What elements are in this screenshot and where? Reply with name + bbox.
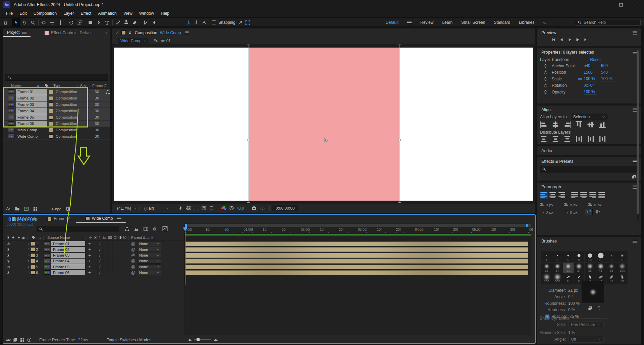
project-item-row[interactable]: Main CompComposition30 xyxy=(3,127,110,133)
layer-source-name[interactable]: Frame 01 xyxy=(51,241,85,246)
layer-color-swatch[interactable] xyxy=(31,265,35,269)
breadcrumb-current-chip[interactable]: Wide Comp ‹ xyxy=(118,38,148,44)
sort-ascending-icon[interactable] xyxy=(36,84,40,88)
quality-switch-icon[interactable] xyxy=(88,242,92,246)
hand-tool[interactable] xyxy=(20,18,29,26)
graph-editor-icon[interactable] xyxy=(162,226,168,231)
dist-horizontal-left-button[interactable] xyxy=(575,136,583,142)
project-item-row[interactable]: Frame 01Composition30 xyxy=(3,89,110,95)
eraser-tool[interactable] xyxy=(130,18,139,26)
layer-switches[interactable]: / xyxy=(87,241,128,247)
align-right-button[interactable] xyxy=(564,122,571,127)
dist-vertical-top-button[interactable] xyxy=(540,136,547,142)
paragraph-justify-last-right-button[interactable] xyxy=(589,192,597,199)
new-composition-icon[interactable] xyxy=(24,206,29,211)
dist-horizontal-right-button[interactable] xyxy=(599,136,606,142)
motion-blur-icon[interactable] xyxy=(153,226,158,231)
parent-link-dropdown[interactable]: None xyxy=(137,270,161,275)
close-button[interactable] xyxy=(629,0,644,9)
next-frame-button[interactable] xyxy=(575,37,581,42)
go-to-end-button[interactable] xyxy=(583,37,589,42)
dist-vertical-center-button[interactable] xyxy=(552,136,559,142)
brush-cell[interactable]: 45 xyxy=(606,273,617,284)
type-tool[interactable] xyxy=(103,18,111,26)
toggle-switches-modes-button[interactable]: Toggle Switches / Modes xyxy=(107,338,151,342)
panel-menu-icon[interactable] xyxy=(22,31,26,34)
column-type[interactable]: Type xyxy=(53,84,61,88)
snap-region-icon[interactable] xyxy=(245,20,250,25)
layer-duration-bar[interactable] xyxy=(185,259,528,264)
dolly-camera-tool[interactable] xyxy=(56,18,65,26)
workspace-standard[interactable]: Standard xyxy=(494,20,510,25)
item-name[interactable]: Wide Comp xyxy=(16,133,47,139)
menu-file[interactable]: File xyxy=(3,9,16,17)
timeline-current-time[interactable]: 0:00:00:00 xyxy=(8,217,36,223)
world-axis-mode-icon[interactable] xyxy=(194,20,199,25)
switch-cell[interactable]: / xyxy=(97,270,102,275)
label-color-swatch[interactable] xyxy=(49,109,53,113)
layer-switches[interactable]: / xyxy=(87,258,128,264)
brush-cell[interactable]: 27 xyxy=(574,263,585,273)
item-name[interactable]: Frame 03 xyxy=(16,101,47,108)
switch-cell[interactable] xyxy=(112,270,117,275)
layer-source-name[interactable]: Frame 03 xyxy=(51,253,85,258)
layer-source-name[interactable]: Frame 02 xyxy=(51,247,85,252)
exposure-icon[interactable] xyxy=(229,206,234,211)
magnification-dropdown[interactable]: (41,7%) xyxy=(115,205,137,212)
cube-3d-switch-icon[interactable] xyxy=(123,235,127,239)
workspace-menu-icon[interactable] xyxy=(407,21,412,24)
menu-help[interactable]: Help xyxy=(157,9,173,17)
stopwatch-icon[interactable] xyxy=(543,83,548,88)
exposure-value[interactable]: +0,0 xyxy=(236,206,244,211)
layer-visibility-icon[interactable] xyxy=(6,248,10,252)
timeline-track-area[interactable]: :00f10f20f01:00f10f20f02:00f10f20f03:00f… xyxy=(184,223,531,335)
brush-cell[interactable]: 9 xyxy=(574,252,585,263)
snap-move-icon[interactable] xyxy=(238,20,243,25)
property-value[interactable]: 960 xyxy=(601,63,614,68)
switch-cell[interactable] xyxy=(112,264,117,270)
panel-menu-icon[interactable] xyxy=(117,217,121,220)
lock-column-icon[interactable] xyxy=(21,235,25,239)
indent-value[interactable]: 0 xyxy=(546,210,548,214)
property-value[interactable]: 100 % xyxy=(601,76,614,81)
pan-camera-tool[interactable] xyxy=(48,18,56,26)
paragraph-align-left-button[interactable] xyxy=(540,192,548,199)
switch-cell[interactable] xyxy=(112,253,117,258)
selection-handle-right[interactable] xyxy=(398,139,400,141)
motion-blur-switch-icon[interactable] xyxy=(113,235,117,239)
brush-param-value[interactable]: 100 % xyxy=(568,301,580,306)
layer-color-swatch[interactable] xyxy=(31,271,35,274)
go-to-start-button[interactable] xyxy=(551,37,556,42)
brush-cell[interactable]: 13 xyxy=(541,263,552,273)
switch-cell[interactable] xyxy=(123,264,128,270)
timeline-layer-row[interactable]: 5Frame 05/@None xyxy=(3,264,184,270)
quality-switch-icon[interactable] xyxy=(88,271,92,274)
quality-switch-icon[interactable] xyxy=(88,265,92,269)
quality-switch-icon[interactable] xyxy=(88,248,92,251)
brush-cell[interactable]: 17 xyxy=(552,263,563,273)
align-top-button[interactable] xyxy=(575,122,583,127)
layer-color-swatch[interactable] xyxy=(31,248,35,251)
item-name[interactable]: Frame 01 xyxy=(16,89,47,95)
breadcrumb-back-icon[interactable]: ‹ xyxy=(144,39,146,43)
fast-preview-icon[interactable] xyxy=(178,206,183,211)
dist-vertical-bottom-button[interactable] xyxy=(564,136,571,142)
comp-tab-name[interactable]: Wide Comp xyxy=(160,30,181,35)
panel-menu-icon[interactable] xyxy=(633,240,637,243)
brush-cell[interactable]: 5 xyxy=(563,252,574,263)
tab-overflow-icon[interactable]: » xyxy=(105,30,108,35)
brush-cell[interactable]: 11 xyxy=(563,273,574,284)
menu-window[interactable]: Window xyxy=(136,9,157,17)
indent-value[interactable]: 0 xyxy=(594,203,596,207)
play-button[interactable] xyxy=(567,37,573,42)
zoom-slider-track[interactable] xyxy=(194,339,211,340)
brush-cell[interactable]: 45 xyxy=(617,273,628,284)
audio-column-icon[interactable] xyxy=(12,235,16,239)
item-name[interactable]: Frame 05 xyxy=(16,114,47,120)
layer-color-swatch[interactable] xyxy=(31,242,35,246)
project-list-header[interactable]: Name Type Size Frame R... xyxy=(3,83,110,88)
timeline-layer-row[interactable]: 1Frame 01/@None xyxy=(3,241,184,247)
layer-source-name[interactable]: Frame 04 xyxy=(51,259,85,264)
menu-edit[interactable]: Edit xyxy=(16,9,30,17)
pen-small-icon[interactable] xyxy=(42,207,46,211)
